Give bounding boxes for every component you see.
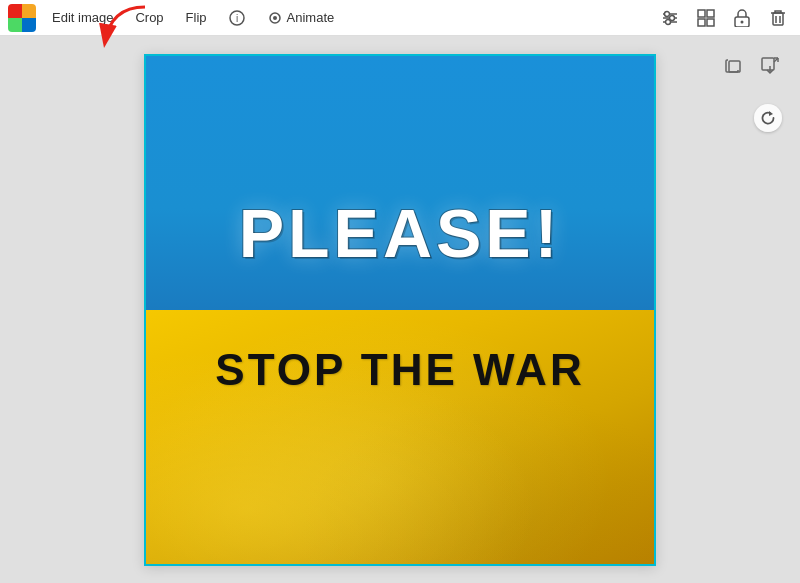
svg-rect-26 [762, 58, 774, 70]
svg-rect-18 [707, 19, 714, 26]
edit-image-label: Edit image [52, 10, 113, 25]
svg-rect-0 [8, 4, 22, 18]
lock-button[interactable] [728, 4, 756, 32]
animate-label: Animate [287, 10, 335, 25]
effects-icon [661, 9, 679, 27]
stop-war-text: STOP THE WAR [215, 345, 584, 395]
svg-point-10 [665, 11, 670, 16]
svg-rect-3 [22, 18, 36, 32]
svg-rect-22 [773, 13, 783, 25]
ukraine-flag-image: PLEASE! STOP THE WAR [146, 56, 654, 564]
flip-button[interactable]: Flip [176, 4, 217, 32]
toolbar: Edit image Crop Flip i Animate [0, 0, 800, 36]
info-button[interactable]: i [219, 4, 255, 32]
canvas-controls [720, 52, 784, 80]
refresh-button[interactable] [754, 104, 782, 132]
svg-rect-17 [698, 19, 705, 26]
refresh-icon [760, 110, 776, 126]
svg-rect-1 [22, 4, 36, 18]
please-text: PLEASE! [239, 194, 562, 272]
svg-point-20 [741, 20, 744, 23]
animate-button[interactable]: Animate [257, 4, 345, 32]
export-icon [761, 57, 779, 75]
crop-label: Crop [135, 10, 163, 25]
export-canvas-button[interactable] [756, 52, 784, 80]
trash-icon [770, 9, 786, 27]
grid-icon [697, 9, 715, 27]
toolbar-left: Edit image Crop Flip i Animate [8, 4, 654, 32]
copy-canvas-button[interactable] [720, 52, 748, 80]
svg-marker-31 [769, 111, 773, 116]
copy-icon [725, 57, 743, 75]
info-icon: i [229, 10, 245, 26]
grid-button[interactable] [692, 4, 720, 32]
crop-button[interactable]: Crop [125, 4, 173, 32]
animate-icon [267, 10, 283, 26]
app-logo [8, 4, 36, 32]
svg-rect-2 [8, 18, 22, 32]
image-frame: PLEASE! STOP THE WAR [144, 54, 656, 566]
delete-button[interactable] [764, 4, 792, 32]
toolbar-right [656, 4, 792, 32]
fabric-overlay [146, 284, 654, 563]
svg-point-14 [666, 19, 671, 24]
edit-image-button[interactable]: Edit image [42, 4, 123, 32]
svg-rect-15 [698, 10, 705, 17]
svg-text:i: i [235, 13, 237, 24]
effects-button[interactable] [656, 4, 684, 32]
flip-label: Flip [186, 10, 207, 25]
svg-rect-16 [707, 10, 714, 17]
svg-point-7 [273, 16, 277, 20]
canvas-area: PLEASE! STOP THE WAR [0, 36, 800, 583]
lock-icon [734, 9, 750, 27]
